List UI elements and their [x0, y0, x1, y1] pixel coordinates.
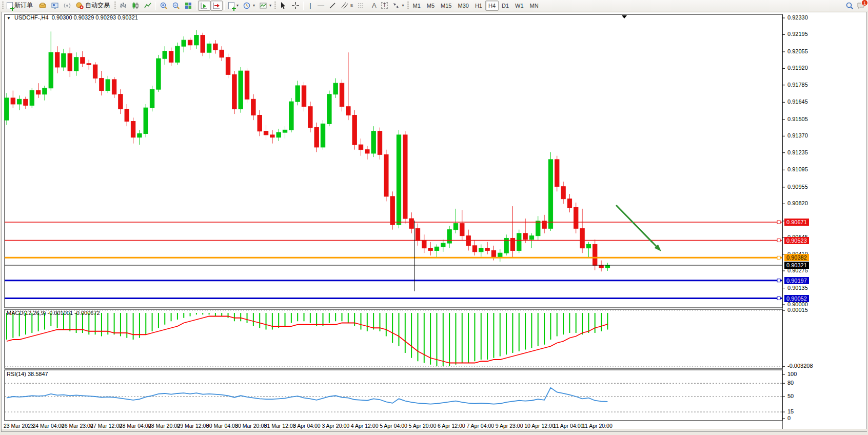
- price-tick-label: 0.92330: [787, 14, 808, 21]
- search-icon[interactable]: [845, 2, 854, 10]
- channel-tool-button[interactable]: E: [339, 1, 355, 11]
- auto-trading-button[interactable]: 自动交易: [73, 1, 113, 11]
- time-tick-label: 23 Mar 2023: [4, 423, 34, 429]
- crosshair-tool-button[interactable]: [289, 1, 302, 11]
- time-tick-label: 31 Mar 12:00: [264, 423, 296, 429]
- market-watch-button[interactable]: [36, 1, 49, 11]
- line-chart-button[interactable]: [142, 1, 154, 11]
- horizontal-line-tool-button[interactable]: —: [315, 1, 326, 11]
- line-handle[interactable]: [777, 279, 780, 282]
- toolbar-grip: [114, 2, 116, 10]
- horizontal-line-icon: —: [318, 2, 324, 9]
- text-label-tool-button[interactable]: T: [379, 1, 389, 11]
- line-handle[interactable]: [777, 297, 780, 300]
- fibonacci-tool-button[interactable]: [355, 1, 369, 11]
- time-tick-label: 30 Mar 04:00: [206, 423, 238, 429]
- timeframe-group: M1M5M15M30H1H4D1W1MN: [410, 1, 542, 11]
- signals-button[interactable]: [61, 1, 73, 11]
- rsi-indicator-label: RSI(14) 38.5847: [7, 371, 48, 377]
- rsi-level-label: 100: [787, 371, 797, 377]
- line-handle[interactable]: [777, 239, 780, 242]
- time-tick-label: 24 Mar 04:00: [32, 423, 64, 429]
- periods-button[interactable]: ▾: [241, 1, 257, 11]
- line-handle[interactable]: [777, 256, 780, 259]
- line-chart-icon: [144, 2, 152, 10]
- toolbar-grip: [407, 2, 409, 10]
- candlestick-chart-button[interactable]: [129, 1, 142, 11]
- chart-window: ▼ USDCHF-,H4 0.90300 0.90329 0.90293 0.9…: [1, 12, 867, 432]
- notification-badge: 1: [861, 0, 868, 6]
- text-tool-button[interactable]: A: [369, 1, 379, 11]
- channel-sub-label: E: [350, 3, 353, 8]
- timeframe-M30[interactable]: M30: [455, 1, 471, 11]
- timeframe-H4[interactable]: H4: [485, 1, 499, 11]
- toolbar-separator: [155, 2, 156, 10]
- notifications-button[interactable]: 1: [857, 2, 865, 10]
- time-tick-label: 10 Apr 12:00: [524, 423, 555, 429]
- timeframe-M1[interactable]: M1: [410, 1, 424, 11]
- price-tick-label: 0.91235: [787, 149, 808, 155]
- zoom-in-button[interactable]: [157, 1, 170, 11]
- chart-shift-button[interactable]: [210, 1, 223, 11]
- macd-indicator-label: MACD(12,26,9) -0.001001 -0.000672: [7, 310, 100, 316]
- time-tick-label: 29 Mar 12:00: [177, 423, 209, 429]
- arrows-tool-button[interactable]: ▾: [390, 1, 406, 11]
- vertical-line-tool-button[interactable]: |: [305, 1, 315, 11]
- candlestick-icon: [131, 2, 140, 10]
- price-tick-label: 0.91095: [787, 166, 808, 172]
- window-bottom-edge: [2, 429, 867, 431]
- rsi-level-label: 50: [787, 393, 794, 399]
- trendline-icon: [328, 2, 337, 10]
- chart-monitor-icon: [51, 2, 59, 10]
- price-tick-label: 0.91370: [787, 132, 808, 139]
- line-handle[interactable]: [777, 221, 780, 224]
- text-icon: A: [372, 2, 377, 9]
- auto-scroll-button[interactable]: [198, 1, 210, 11]
- chart-symbol-label[interactable]: ▼ USDCHF-,H4 0.90300 0.90329 0.90293 0.9…: [7, 14, 138, 21]
- bar-chart-icon: [119, 2, 127, 10]
- price-tag-red: 0.90523: [784, 237, 809, 244]
- chart-shift-icon: [212, 2, 221, 10]
- chevron-down-icon: ▼: [7, 16, 11, 21]
- templates-button[interactable]: ▾: [257, 1, 273, 11]
- time-tick-label: 5 Apr 20:00: [409, 423, 437, 429]
- cursor-icon: [279, 2, 287, 10]
- price-tag-orange: 0.90382: [784, 254, 809, 261]
- zoom-out-icon: [172, 2, 180, 10]
- price-tick-label: 0.90820: [787, 200, 808, 206]
- chevron-down-icon: ▾: [253, 3, 255, 8]
- timeframe-M15[interactable]: M15: [438, 1, 455, 11]
- fibonacci-icon: [357, 2, 365, 10]
- template-icon: [259, 2, 267, 10]
- auto-trading-icon: [75, 2, 84, 10]
- time-tick-label: 3 Apr 04:00: [293, 423, 321, 429]
- cursor-tool-button[interactable]: [277, 1, 289, 11]
- time-tick-label: 9 Apr 23:00: [496, 423, 523, 429]
- main-pane-frame: [5, 14, 782, 308]
- timeframe-W1[interactable]: W1: [512, 1, 527, 11]
- toolbar-separator: [303, 2, 304, 10]
- time-tick-label: 11 Apr 04:00: [554, 423, 584, 429]
- time-tick-label: 3 Apr 20:00: [322, 423, 349, 429]
- rsi-pane-frame: [5, 370, 782, 421]
- charts-button[interactable]: [49, 1, 61, 11]
- tile-windows-button[interactable]: [182, 1, 194, 11]
- bar-chart-button[interactable]: [117, 1, 129, 11]
- trendline-tool-button[interactable]: [326, 1, 339, 11]
- new-order-label: 新订单: [14, 1, 33, 10]
- timeframe-M5[interactable]: M5: [424, 1, 438, 11]
- timeframe-MN[interactable]: MN: [527, 1, 542, 11]
- gold-box-icon: [38, 2, 47, 10]
- chevron-down-icon: ▾: [269, 3, 271, 8]
- time-tick-label: 30 Mar 20:00: [235, 423, 267, 429]
- chart-canvas[interactable]: [2, 12, 867, 432]
- price-tick-label: 0.91645: [787, 98, 808, 105]
- indicators-button[interactable]: ▾: [226, 1, 241, 11]
- timeframe-D1[interactable]: D1: [499, 1, 512, 11]
- new-order-button[interactable]: 新订单: [5, 1, 36, 11]
- price-axis[interactable]: 0.923300.921950.920550.919200.917850.916…: [783, 12, 866, 421]
- auto-scroll-icon: [200, 2, 208, 10]
- timeframe-H1[interactable]: H1: [472, 1, 485, 11]
- zoom-out-button[interactable]: [170, 1, 182, 11]
- mt4-window: 新订单 自动: [0, 0, 868, 435]
